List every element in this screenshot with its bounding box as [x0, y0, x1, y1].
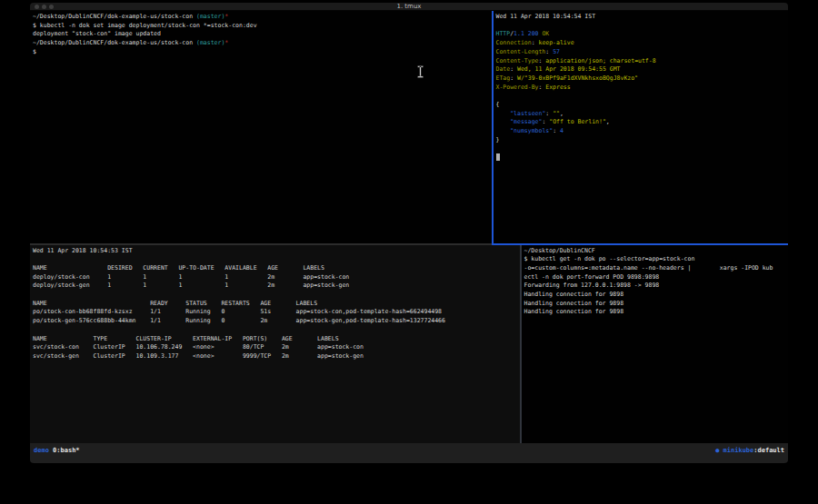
window-list-item[interactable]: 0:bash*: [53, 446, 80, 463]
terminal-line: Handling connection for 9898: [524, 300, 789, 309]
terminal-line: Date: Wed, 11 Apr 2018 09:54:55 GMT: [496, 65, 789, 74]
terminal-line: {: [496, 101, 789, 110]
title-bar[interactable]: 1. tmux: [30, 3, 788, 11]
terminal-line: Handling connection for 9898: [524, 291, 789, 300]
terminal-line: [496, 153, 789, 163]
terminal-line: deploy/stock-gen 1 1 1 1 2m app=stock-ge…: [33, 282, 520, 291]
text-ibeam-cursor: [417, 65, 424, 78]
terminal-line: "lastseen": "",: [496, 110, 789, 119]
terminal-line: $ kubectl -n dok set image deployment/st…: [33, 22, 492, 31]
pane-divider-horizontal-left[interactable]: [30, 243, 492, 245]
pane-divider-horizontal-right-active[interactable]: [492, 243, 788, 245]
terminal-line: po/stock-con-bb68f88fd-kzsxz 1/1 Running…: [33, 308, 520, 317]
terminal-line: ~/Desktop/DublinCNCF: [524, 247, 789, 256]
kubernetes-icon: ●: [715, 446, 723, 463]
terminal-pane-shell[interactable]: ~/Desktop/DublinCNCF/dok-example-us/stoc…: [30, 11, 492, 243]
terminal-line: Connection: keep-alive: [496, 39, 789, 48]
terminal-line: Content-Type: application/json; charset=…: [496, 57, 789, 66]
terminal-line: svc/stock-gen ClusterIP 10.109.3.177 <no…: [33, 352, 520, 361]
terminal-line: ETag: W/"39-0xBPf9aF1dXVNkhsxoBQgJ8vKzo": [496, 74, 789, 84]
window-title: 1. tmux: [30, 3, 788, 11]
terminal-line: deploy/stock-con 1 1 1 1 2m app=stock-co…: [33, 273, 520, 282]
terminal-line: X-Powered-By: Express: [496, 84, 789, 93]
terminal-line: [33, 291, 520, 300]
session-name: demo: [34, 446, 53, 463]
terminal-line: "message": "Off to Berlin!",: [496, 118, 789, 127]
terminal-pane-http-response[interactable]: Wed 11 Apr 2018 10:54:54 IST HTTP/1.1 20…: [494, 11, 789, 243]
terminal-line: [33, 255, 520, 264]
terminal-window: 1. tmux ~/Desktop/DublinCNCF/dok-example…: [30, 3, 788, 463]
kube-namespace: :default: [753, 446, 784, 463]
terminal-line: po/stock-gen-576cc688bb-44kmn 1/1 Runnin…: [33, 317, 520, 326]
terminal-line: svc/stock-con ClusterIP 10.106.78.249 <n…: [33, 343, 520, 352]
terminal-line: Wed 11 Apr 2018 10:54:53 IST: [33, 247, 520, 256]
terminal-line: -o=custom-columns=:metadata.name --no-he…: [524, 264, 789, 273]
terminal-line: [496, 92, 789, 101]
terminal-pane-kubectl-watch[interactable]: Wed 11 Apr 2018 10:54:53 IST NAME DESIRE…: [30, 245, 520, 444]
terminal-line: ~/Desktop/DublinCNCF/dok-example-us/stoc…: [33, 39, 492, 48]
terminal-pane-port-forward[interactable]: ~/Desktop/DublinCNCF$ kubectl get -n dok…: [522, 245, 789, 444]
terminal-line: NAME DESIRED CURRENT UP-TO-DATE AVAILABL…: [33, 264, 520, 273]
screen-background: 1. tmux ~/Desktop/DublinCNCF/dok-example…: [0, 0, 818, 504]
pane-divider-vertical-bottom[interactable]: [520, 245, 522, 444]
terminal-line: Handling connection for 9898: [524, 308, 789, 317]
terminal-line: "numsymbols": 4: [496, 127, 789, 136]
terminal-line: NAME READY STATUS RESTARTS AGE LABELS: [33, 300, 520, 309]
terminal-line: Forwarding from 127.0.0.1:9898 -> 9898: [524, 282, 789, 291]
pane-divider-vertical-top[interactable]: [492, 11, 494, 243]
terminal-line: }: [496, 136, 789, 145]
terminal-line: ectl -n dok port-forward POD 9898:9898: [524, 273, 789, 282]
terminal-line: $ kubectl get -n dok po --selector=app=s…: [524, 255, 789, 264]
terminal-line: Content-Length: 57: [496, 48, 789, 57]
terminal-line: Wed 11 Apr 2018 10:54:54 IST: [496, 13, 789, 22]
terminal-line: ~/Desktop/DublinCNCF/dok-example-us/stoc…: [33, 13, 492, 22]
terminal-line: deployment "stock-con" image updated: [33, 30, 492, 39]
tmux-status-bar: demo 0:bash* ● minikube:default: [30, 443, 788, 463]
terminal-line: $: [33, 48, 492, 57]
terminal-line: NAME TYPE CLUSTER-IP EXTERNAL-IP PORT(S)…: [33, 335, 520, 344]
terminal-line: HTTP/1.1 200 OK: [496, 30, 789, 39]
terminal-line: [496, 22, 789, 31]
terminal-line: [496, 145, 789, 154]
terminal-line: [33, 326, 520, 335]
kube-context: minikube: [723, 446, 754, 463]
block-cursor: [496, 153, 500, 161]
